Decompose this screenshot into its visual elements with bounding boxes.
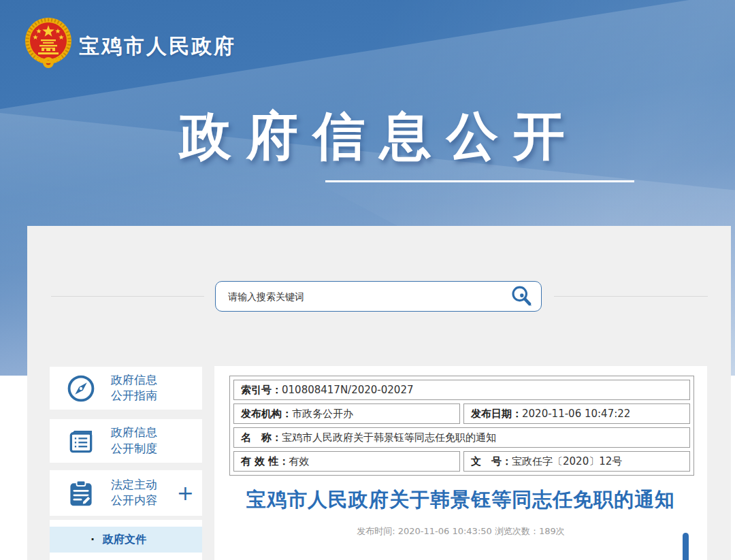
doc-name-value: 宝鸡市人民政府关于韩景钰等同志任免职的通知 <box>282 431 496 444</box>
publish-date-label: 发布日期： <box>471 408 522 420</box>
content-panel: 政府信息 公开指南 政府信息 公开制度 <box>27 226 731 560</box>
article-meta: 发布时间: 2020-11-06 10:43:50 浏览次数：189次 <box>214 525 707 538</box>
decorative-line-left <box>51 296 204 297</box>
sidebar-item-gov-info-guide[interactable]: 政府信息 公开指南 <box>50 367 202 410</box>
page: 宝鸡市人民政府 政府信息公开 政府信息 公开 <box>0 0 735 560</box>
publish-date-value: 2020-11-06 10:47:22 <box>522 408 630 420</box>
doc-name-label: 名 称： <box>241 431 282 444</box>
national-emblem-icon <box>23 16 74 71</box>
site-header: 宝鸡市人民政府 <box>0 0 735 82</box>
sidebar-item-gov-info-system[interactable]: 政府信息 公开制度 <box>50 419 202 463</box>
publisher-value: 市政务公开办 <box>292 408 353 420</box>
sidebar-item-label: 法定主动 公开内容 <box>111 477 157 510</box>
view-count: 浏览次数：189次 <box>495 526 565 536</box>
publisher-label: 发布机构： <box>241 408 292 420</box>
index-number-value: 010808417N/2020-02027 <box>282 384 413 396</box>
notebook-icon <box>66 426 96 456</box>
search-box <box>215 281 542 312</box>
doc-number-value: 宝政任字〔2020〕12号 <box>512 455 622 467</box>
search-input[interactable] <box>216 282 502 311</box>
expand-plus-icon[interactable]: + <box>177 483 194 504</box>
document-panel: 索引号：010808417N/2020-02027 发布机构：市政务公开办 发布… <box>214 366 707 560</box>
banner-title: 政府信息公开 <box>180 102 580 172</box>
sidebar-subitem-gov-documents[interactable]: ·政府文件 <box>50 527 202 553</box>
clipboard-pencil-icon <box>66 478 96 508</box>
sidebar-item-label: 政府信息 公开指南 <box>111 372 157 405</box>
index-number-label: 索引号： <box>241 384 282 396</box>
decorative-line-right <box>554 296 708 297</box>
sidebar-item-statutory-disclosure[interactable]: 法定主动 公开内容 + <box>50 470 202 516</box>
scrollbar-thumb[interactable] <box>683 533 689 560</box>
sidebar-item-label: 政府信息 公开制度 <box>111 425 157 457</box>
site-title: 宝鸡市人民政府 <box>79 33 236 61</box>
table-row: 发布机构：市政务公开办 发布日期：2020-11-06 10:47:22 <box>233 403 690 424</box>
article-title: 宝鸡市人民政府关于韩景钰等同志任免职的通知 <box>214 487 707 514</box>
bullet-icon: · <box>91 533 95 546</box>
banner-underline <box>325 180 634 182</box>
search-icon[interactable] <box>509 284 534 310</box>
compass-icon <box>66 374 96 403</box>
doc-info-table: 索引号：010808417N/2020-02027 发布机构：市政务公开办 发布… <box>229 376 694 476</box>
table-row: 索引号：010808417N/2020-02027 <box>233 380 690 400</box>
sidebar-subpanel: ·政府文件 <box>50 520 202 560</box>
table-row: 有 效 性：有效 文 号：宝政任字〔2020〕12号 <box>233 451 690 472</box>
doc-number-label: 文 号： <box>471 455 512 467</box>
validity-label: 有 效 性： <box>241 455 289 467</box>
publish-time: 发布时间: 2020-11-06 10:43:50 <box>357 526 492 536</box>
table-row: 名 称：宝鸡市人民政府关于韩景钰等同志任免职的通知 <box>233 427 690 448</box>
validity-value: 有效 <box>289 455 309 467</box>
